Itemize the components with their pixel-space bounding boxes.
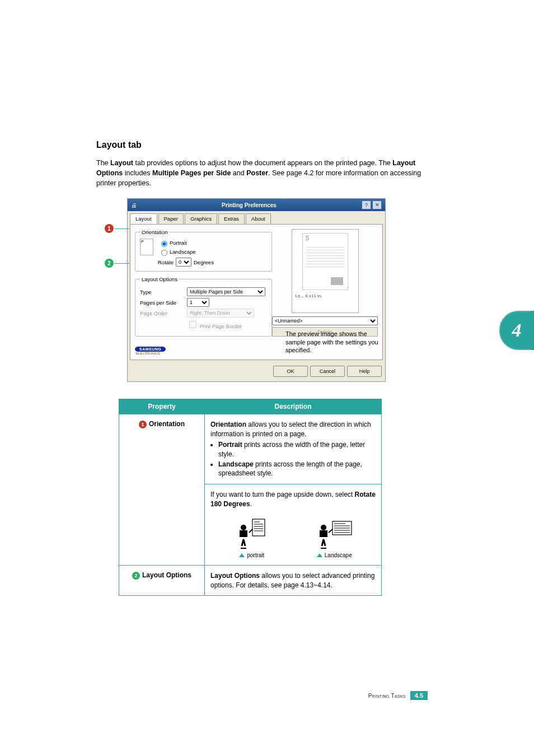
close-window-button[interactable]: ✕ xyxy=(372,200,382,209)
svg-line-9 xyxy=(249,529,252,533)
row1-bold-orientation: Orientation xyxy=(210,421,246,428)
orientation-group: Orientation P Portrait Landscape Rotate … xyxy=(135,229,272,272)
layout-options-group: Layout Options Type Multiple Pages per S… xyxy=(135,276,272,337)
portrait-icon xyxy=(232,517,271,550)
property-table: Property Description 1Orientation Orient… xyxy=(119,399,382,596)
svg-rect-17 xyxy=(320,530,327,537)
samsung-sublabel: ELECTRONICS xyxy=(136,352,272,355)
tab-paper[interactable]: Paper xyxy=(158,213,184,224)
orientation-thumb-icon: P xyxy=(140,239,153,255)
landscape-illust-label: Landscape xyxy=(317,552,352,559)
dialog-right-column: S Le... 8.x11 in. The preview image show… xyxy=(272,229,378,355)
row1-li-landscape-bold: Landscape xyxy=(218,460,254,468)
row1-li-landscape: Landscape prints across the length of th… xyxy=(218,460,376,479)
portrait-radio-label: Portrait xyxy=(170,240,187,246)
landscape-radio-label: Landscape xyxy=(170,249,195,255)
row1-rotate-text-end: . xyxy=(250,500,252,508)
portrait-radio-input[interactable] xyxy=(161,241,167,247)
svg-rect-7 xyxy=(240,530,247,537)
dialog-illustration: 1 2 🖨 Printing Preferences ? ✕ Layout Pa… xyxy=(127,198,396,382)
row-layout-options-number: 2 xyxy=(132,572,140,580)
preview-letter: S xyxy=(306,235,310,241)
row-layout-options-label: Layout Options xyxy=(142,571,191,579)
favorites-select[interactable]: <Unnamed> xyxy=(272,316,378,325)
row-orientation-number: 1 xyxy=(139,421,147,428)
row-layout-options-property: 2Layout Options xyxy=(119,565,205,596)
portrait-illust-label: portrait xyxy=(239,552,264,559)
header-property: Property xyxy=(119,399,205,414)
print-page-border-checkbox: Print Page Border xyxy=(187,319,242,330)
row1-rotate-text: If you want to turn the page upside down… xyxy=(210,491,355,498)
tab-about[interactable]: About xyxy=(246,213,271,224)
dialog-tabs: Layout Paper Graphics Extras About xyxy=(128,211,385,224)
layout-options-legend: Layout Options xyxy=(140,276,179,282)
row-layout-options-desc: Layout Options allows you to select adva… xyxy=(205,565,382,596)
svg-point-16 xyxy=(321,525,326,530)
dialog-titlebar: 🖨 Printing Preferences ? ✕ xyxy=(128,199,385,211)
tab-layout[interactable]: Layout xyxy=(130,213,157,224)
intro-bold-poster: Poster xyxy=(246,169,268,177)
portrait-illustration: portrait xyxy=(232,517,271,559)
page-order-label: Page Order xyxy=(140,310,184,316)
intro-text: The xyxy=(96,159,110,167)
dialog-footer: OK Cancel Help xyxy=(128,362,385,381)
chapter-badge-number: 4 xyxy=(512,320,522,341)
callout-number-1: 1 xyxy=(105,224,114,233)
svg-line-19 xyxy=(329,529,332,533)
callout-1: 1 xyxy=(105,224,129,233)
dialog-left-column: Orientation P Portrait Landscape Rotate … xyxy=(135,229,272,355)
svg-point-6 xyxy=(241,525,246,530)
tab-graphics[interactable]: Graphics xyxy=(185,213,217,224)
samsung-logo: SAMSUNG xyxy=(135,347,166,352)
print-page-border-input xyxy=(189,321,196,328)
row-orientation-desc: Orientation allows you to select the dir… xyxy=(205,414,382,565)
landscape-icon xyxy=(315,517,354,550)
tab-extras[interactable]: Extras xyxy=(218,213,245,224)
footer-page-number: 4.5 xyxy=(410,691,428,700)
landscape-illustration: Landscape xyxy=(315,517,354,559)
landscape-radio[interactable]: Landscape xyxy=(158,248,214,256)
dialog-title: Printing Preferences xyxy=(222,202,277,208)
row-orientation-property: 1Orientation xyxy=(119,414,205,565)
intro-paragraph: The Layout tab provides options to adjus… xyxy=(96,158,428,188)
callout-number-2: 2 xyxy=(105,259,114,268)
brand-area: SAMSUNG ELECTRONICS xyxy=(135,341,272,355)
preview-info: Le... 8.x11 in. xyxy=(296,293,322,298)
help-window-button[interactable]: ? xyxy=(362,200,371,209)
pages-per-side-select[interactable]: 1 xyxy=(187,298,209,307)
help-button[interactable]: Help xyxy=(347,366,382,377)
preview-callout-text: The preview image shows the sample page … xyxy=(285,330,381,354)
callout-line xyxy=(115,228,129,229)
dialog-body: Orientation P Portrait Landscape Rotate … xyxy=(130,224,383,360)
portrait-radio[interactable]: Portrait xyxy=(158,239,214,248)
rotate-unit: Degrees xyxy=(194,259,214,265)
callout-line xyxy=(115,263,129,264)
row-layout-options: 2Layout Options Layout Options allows yo… xyxy=(119,565,382,596)
footer-label: Printing Tasks xyxy=(368,693,406,699)
rotate-label: Rotate xyxy=(158,259,174,265)
orientation-illustration: portrait xyxy=(210,517,376,559)
type-label: Type xyxy=(140,289,184,295)
intro-text: tab provides options to adjust how the d… xyxy=(133,159,392,167)
cancel-button[interactable]: Cancel xyxy=(310,366,345,377)
printer-icon: 🖨 xyxy=(131,202,137,208)
page-footer: Printing Tasks 4.5 xyxy=(368,691,428,700)
row-orientation: 1Orientation Orientation allows you to s… xyxy=(119,414,382,565)
section-title: Layout tab xyxy=(96,140,428,150)
preview-sheet-icon: S xyxy=(302,233,348,290)
intro-bold-layout: Layout xyxy=(110,159,133,167)
ok-button[interactable]: OK xyxy=(273,366,308,377)
type-select[interactable]: Multiple Pages per Side xyxy=(187,287,265,296)
row1-li-portrait-bold: Portrait xyxy=(218,441,242,449)
callout-2: 2 xyxy=(105,259,129,268)
pages-per-side-label: Pages per Side xyxy=(140,300,184,306)
rotate-select[interactable]: 0 xyxy=(176,258,191,267)
landscape-radio-input[interactable] xyxy=(161,250,167,256)
row-orientation-label: Orientation xyxy=(149,420,185,428)
print-page-border-label: Print Page Border xyxy=(200,323,242,329)
intro-text: and xyxy=(231,169,246,177)
preview-pane: S Le... 8.x11 in. xyxy=(292,229,359,313)
row2-bold: Layout Options xyxy=(210,572,260,580)
printing-preferences-dialog: 🖨 Printing Preferences ? ✕ Layout Paper … xyxy=(127,198,386,382)
intro-text: includes xyxy=(123,169,152,177)
